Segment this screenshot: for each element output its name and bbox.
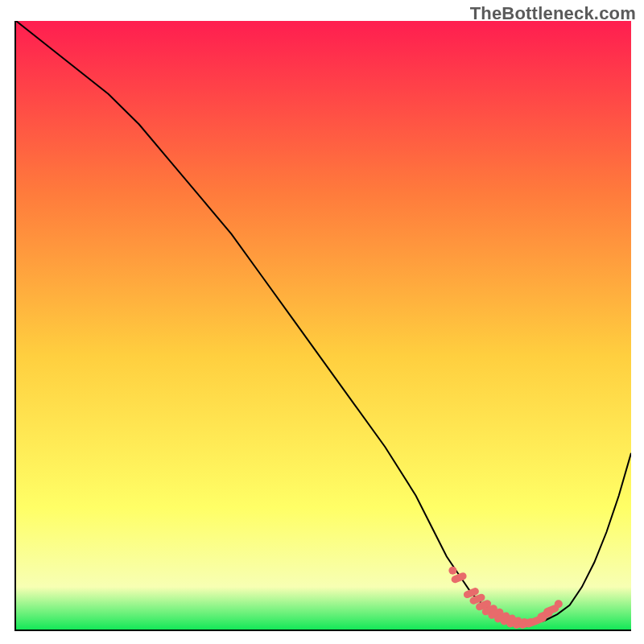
optimal-marker-dot	[555, 600, 563, 608]
optimal-marker	[473, 597, 481, 601]
optimal-range-markers	[448, 567, 562, 625]
curve-layer	[16, 21, 631, 630]
optimal-marker	[492, 612, 500, 615]
watermark-text: TheBottleneck.com	[470, 3, 636, 24]
chart-container: TheBottleneck.com	[0, 0, 644, 644]
optimal-marker	[547, 609, 555, 612]
optimal-marker	[455, 576, 463, 580]
bottleneck-curve	[16, 21, 631, 623]
optimal-marker-dot	[448, 567, 456, 575]
plot-area	[14, 21, 631, 631]
optimal-marker	[467, 592, 475, 595]
optimal-marker	[480, 604, 488, 607]
